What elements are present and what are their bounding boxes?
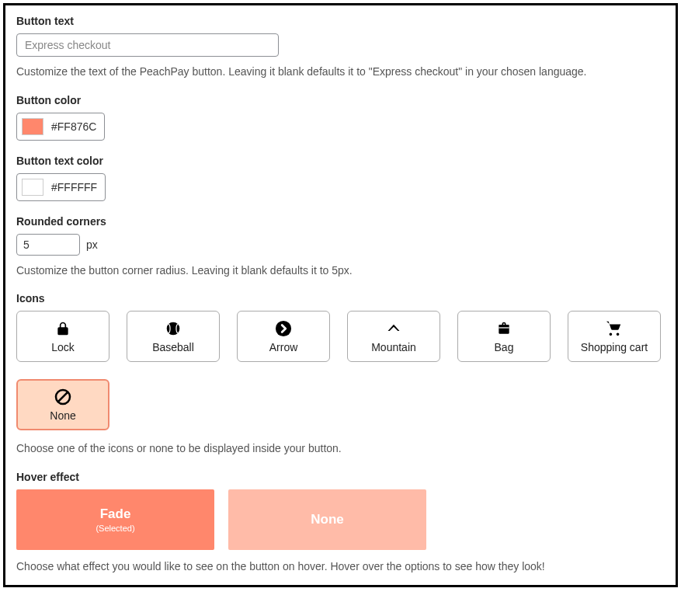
rounded-corners-input[interactable]	[16, 234, 80, 256]
icon-option-bag[interactable]: Bag	[457, 311, 551, 362]
button-color-swatch	[22, 118, 43, 135]
hover-effect-help: Choose what effect you would like to see…	[16, 559, 665, 575]
button-color-label: Button color	[16, 94, 665, 106]
icon-label-mountain: Mountain	[371, 341, 416, 353]
rounded-corners-label: Rounded corners	[16, 215, 665, 228]
settings-panel: Button text Customize the text of the Pe…	[3, 3, 678, 587]
svg-rect-2	[499, 328, 509, 329]
hover-effect-row: Fade (Selected) None	[16, 489, 665, 550]
icon-label-lock: Lock	[51, 341, 75, 353]
button-text-color-label: Button text color	[16, 155, 665, 167]
button-text-input[interactable]	[16, 33, 279, 57]
icon-option-mountain[interactable]: Mountain	[347, 311, 440, 362]
svg-point-1	[276, 321, 291, 336]
none-icon	[54, 388, 72, 406]
button-text-color-swatch	[22, 179, 43, 196]
icon-label-bag: Bag	[495, 341, 514, 353]
icon-label-none: None	[50, 409, 75, 422]
hover-fade-title: Fade	[100, 506, 131, 522]
icon-option-arrow[interactable]: Arrow	[237, 311, 330, 362]
button-text-color-picker[interactable]: #FFFFFF	[16, 173, 106, 201]
icon-label-arrow: Arrow	[269, 341, 298, 353]
hover-option-none[interactable]: None	[228, 489, 426, 550]
icon-label-baseball: Baseball	[152, 341, 194, 353]
button-text-help: Customize the text of the PeachPay butto…	[16, 64, 665, 80]
icon-option-lock[interactable]: Lock	[16, 311, 109, 362]
button-color-picker[interactable]: #FF876C	[16, 113, 105, 141]
rounded-corners-help: Customize the button corner radius. Leav…	[16, 263, 665, 279]
button-color-value: #FF876C	[51, 120, 96, 133]
svg-line-4	[58, 392, 68, 402]
icon-option-baseball[interactable]: Baseball	[127, 311, 220, 362]
svg-point-0	[167, 322, 180, 336]
lock-icon	[54, 319, 72, 338]
shopping-cart-icon	[605, 319, 624, 338]
icons-grid: Lock Baseball Arrow Mountain Bag	[16, 311, 665, 430]
hover-none-title: None	[311, 512, 344, 527]
mountain-icon	[384, 319, 403, 338]
icon-option-shopping-cart[interactable]: Shopping cart	[568, 311, 661, 362]
hover-fade-selected: (Selected)	[96, 524, 134, 533]
icon-label-shopping-cart: Shopping cart	[581, 341, 648, 353]
rounded-corners-unit: px	[86, 238, 98, 251]
icons-label: Icons	[16, 292, 665, 305]
icon-option-none[interactable]: None	[16, 379, 109, 430]
hover-option-fade[interactable]: Fade (Selected)	[16, 489, 214, 550]
button-text-color-value: #FFFFFF	[51, 181, 97, 193]
arrow-icon	[274, 319, 293, 338]
hover-effect-label: Hover effect	[16, 471, 665, 483]
icons-help: Choose one of the icons or none to be di…	[16, 441, 665, 457]
baseball-icon	[164, 319, 182, 338]
button-text-label: Button text	[16, 15, 665, 27]
bag-icon	[495, 319, 513, 338]
